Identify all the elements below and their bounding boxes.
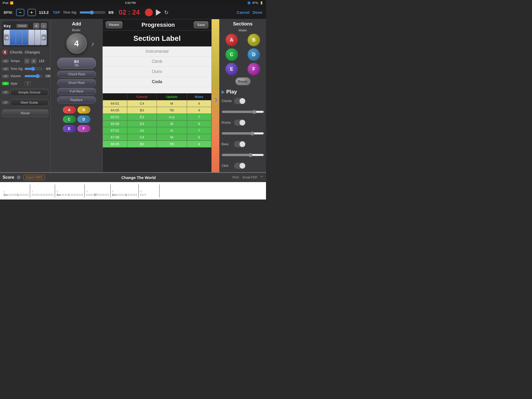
cell-value: 4 — [187, 100, 211, 107]
print-link[interactable]: Print — [232, 176, 239, 179]
score-header: Score ⚙ Export MIDI Change The World Pri… — [0, 173, 266, 182]
click-toggle-knob — [240, 163, 245, 169]
measure-6: 6 / / / / — [139, 184, 159, 197]
section-make-c[interactable]: C — [225, 48, 238, 61]
style-state-badge: on — [2, 82, 9, 85]
bass-mix-slider[interactable] — [222, 149, 264, 161]
flat-button[interactable]: ♭ — [41, 23, 47, 29]
section-b-button[interactable]: B — [77, 106, 90, 114]
piano-key-3[interactable] — [16, 30, 22, 45]
done-button[interactable]: Done — [253, 10, 263, 15]
piano-key-4[interactable] — [22, 30, 28, 45]
section-make-b[interactable]: B — [248, 34, 260, 46]
table-row[interactable]: 68:05 B3 7th 4 — [103, 141, 211, 148]
section-f-button[interactable]: F — [77, 125, 90, 132]
score-measures: 1 Em / / / / / G / / / / / / 2 / / / / /… — [2, 183, 264, 198]
save-button[interactable]: Save — [194, 21, 208, 28]
measure-content-4: / / / / / B7 / / / / / / / — [86, 193, 109, 196]
revert-button[interactable]: Revert — [106, 21, 122, 28]
score-settings-icon[interactable]: ⚙ — [17, 175, 21, 180]
label-instrumental[interactable]: Instrumental — [103, 46, 211, 57]
steel-guitar-button[interactable]: Steel Guitar — [10, 99, 48, 106]
cancel-button[interactable]: Cancel — [237, 10, 249, 15]
cell-chord: C4 — [127, 134, 157, 141]
chords-mix-toggle[interactable] — [234, 98, 245, 104]
sections-reset-button[interactable]: Reset — [235, 77, 250, 85]
label-climb[interactable]: Climb — [103, 57, 211, 67]
chord-rest-button[interactable]: Chord Rest — [57, 71, 96, 78]
bass-mix-label: Bass — [222, 142, 232, 146]
bpm-minus-button[interactable]: − — [16, 9, 24, 16]
guitar-state-badge: off — [2, 101, 9, 104]
label-outro[interactable]: Outro — [103, 67, 211, 77]
export-midi-button[interactable]: Export MIDI — [23, 175, 44, 180]
simple-groove-button[interactable]: Simple Groove — [10, 89, 48, 96]
drums-mix-label: Drums — [222, 121, 232, 124]
section-e-button[interactable]: E — [63, 125, 76, 132]
chords-label: Chords — [10, 50, 23, 54]
tempo-minus-button[interactable]: − — [24, 58, 30, 64]
email-pdf-link[interactable]: Email PDF — [243, 176, 257, 179]
time-sig-slider[interactable] — [79, 10, 105, 15]
drums-mix-slider[interactable] — [222, 127, 264, 139]
cell-time: 68:05 — [103, 141, 127, 148]
bass-mix-toggle[interactable] — [234, 141, 245, 147]
click-mix-toggle[interactable] — [234, 163, 245, 169]
section-a-button[interactable]: A — [63, 106, 76, 114]
left-reset-button[interactable]: Reset — [2, 109, 48, 117]
table-row[interactable]: 64:01 C4 M 4 — [103, 100, 211, 107]
score-collapse-button[interactable]: ⌃ — [260, 175, 263, 180]
piano-left-arrow[interactable]: ◀ — [4, 35, 9, 41]
table-row[interactable]: 65:01 E3 m p 7 — [103, 114, 211, 121]
measure-num-4: 4 — [86, 190, 109, 193]
drums-mix-row: Drums — [222, 119, 264, 126]
piano-right-arrow[interactable]: ▶ — [42, 35, 46, 41]
tempo-plus-button[interactable]: + — [31, 58, 36, 64]
piano-key-5[interactable] — [28, 30, 35, 45]
section-label-list[interactable]: Instrumental Climb Outro Coda — [103, 46, 211, 93]
drums-mix-toggle[interactable] — [234, 119, 245, 126]
section-make-e[interactable]: E — [225, 63, 238, 75]
section-make-f[interactable]: F — [248, 63, 260, 75]
tap-button[interactable]: TAP — [53, 10, 60, 15]
section-d-button[interactable]: D — [77, 116, 90, 123]
table-row[interactable]: 65:08 G3 M 9 — [103, 121, 211, 127]
measure-4: 4 / / / / / B7 / / / / / / / — [85, 184, 111, 197]
label-coda[interactable]: Coda — [103, 77, 211, 87]
style-toggle-button[interactable]: ⣿ — [24, 81, 31, 86]
sharp-button[interactable]: # — [33, 23, 39, 29]
section-c-button[interactable]: C — [63, 116, 76, 123]
measure-3: 3 Am / / / / C / / / / / / / / — [55, 184, 85, 197]
piano-keyboard[interactable]: ◀ ▶ 3 — [4, 30, 47, 45]
cell-chord: A3 — [127, 127, 157, 134]
volume-slider[interactable] — [24, 74, 43, 78]
collapse-arrow-icon[interactable]: ❯ — [214, 97, 218, 102]
col-header-cancel: Cancel — [127, 94, 157, 100]
chords-mix-row: Chords — [222, 98, 264, 104]
replace-button[interactable]: Replace — [57, 96, 96, 103]
volume-value: 100 — [44, 74, 50, 78]
drum-rest-button[interactable]: Drum Rest — [57, 79, 96, 86]
play-button[interactable] — [156, 9, 161, 16]
section-make-d[interactable]: D — [248, 48, 260, 61]
table-row[interactable]: 64:05 B3 7th 4 — [103, 107, 211, 114]
timesig-row-slider[interactable] — [24, 67, 43, 71]
default-key-button[interactable]: Default — [16, 24, 28, 28]
full-rest-button[interactable]: Full Rest — [57, 88, 96, 95]
chords-mix-slider[interactable] — [222, 106, 264, 118]
beats-dial[interactable]: 4 — [66, 33, 87, 54]
section-pills-row3: E F — [63, 125, 90, 132]
section-make-a[interactable]: A — [225, 34, 238, 46]
piano-octave-number: 3 — [6, 41, 8, 44]
timesig-row-label: Time Sig — [10, 67, 23, 71]
chord-pill-main[interactable]: B3 7th — [57, 58, 96, 69]
beats-label: Beats: — [72, 28, 81, 32]
table-row[interactable]: 67:01 A3 m 7 — [103, 127, 211, 134]
piano-key-2[interactable] — [10, 30, 16, 45]
key-title: Key — [4, 24, 11, 28]
table-row[interactable]: 67:08 C4 M 5 — [103, 134, 211, 141]
piano-key-6[interactable] — [35, 30, 41, 45]
bpm-plus-button[interactable]: + — [28, 9, 36, 16]
record-button[interactable] — [145, 9, 153, 16]
refresh-button[interactable]: ↻ — [164, 9, 169, 16]
